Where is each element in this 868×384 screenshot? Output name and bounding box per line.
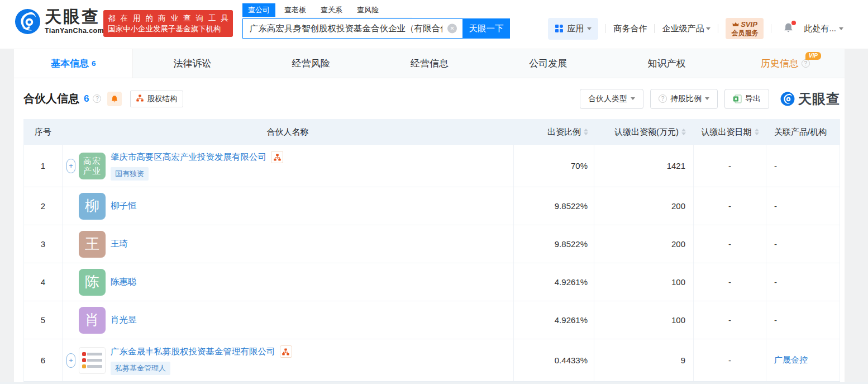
section-tabbar: 基本信息6法律诉讼经营风险经营信息公司发展知识产权历史信息VIP? — [14, 49, 845, 78]
subscribed-amount: 100 — [594, 263, 693, 301]
bottom-gap — [0, 382, 868, 384]
partner-name-link[interactable]: 陈惠聪 — [111, 276, 137, 288]
svip-sublabel: 会员服务 — [731, 29, 758, 37]
subscribe-bell-button[interactable] — [107, 92, 122, 106]
column-header-label: 认缴出资日期 — [702, 127, 752, 138]
tab-4[interactable]: 公司发展 — [489, 49, 607, 78]
promo-line1: 都在用的商业查询工具 — [108, 13, 228, 23]
column-header-2[interactable]: 出资比例 — [514, 127, 594, 138]
tab-label: 公司发展 — [529, 57, 567, 70]
column-header-4[interactable]: 认缴出资日期 — [694, 127, 766, 138]
search-button[interactable]: 天眼一下 — [462, 18, 510, 39]
apps-menu-button[interactable]: 应用 — [548, 18, 598, 40]
related-product-link[interactable]: 广晟金控 — [774, 355, 808, 366]
tab-label: 历史信息 — [761, 57, 799, 70]
export-label: 导出 — [745, 94, 761, 104]
partner-name-line: 王琦 — [111, 238, 128, 250]
search-input[interactable] — [242, 18, 462, 39]
avatar[interactable]: 陈 — [79, 269, 106, 296]
tab-label: 法律诉讼 — [173, 57, 211, 70]
chevron-down-icon — [587, 27, 592, 32]
avatar[interactable]: 柳 — [79, 193, 106, 220]
notification-bell[interactable] — [783, 22, 794, 35]
tab-label: 经营风险 — [292, 57, 330, 70]
chevron-down-icon — [839, 27, 843, 32]
avatar[interactable]: 王 — [79, 231, 106, 258]
related-product: - — [766, 187, 840, 225]
subscribed-date: - — [693, 301, 766, 339]
partner-cell: +高宏产业肇庆市高要区高宏产业投资发展有限公司国有独资 — [62, 145, 513, 187]
partner-cell: 肖肖光昱 — [62, 301, 513, 339]
sort-icon[interactable] — [755, 129, 759, 135]
chevron-down-icon — [706, 27, 710, 32]
top-header: 天眼查 TianYanCha.com 都在用的商业查询工具 国家中小企业发展子基… — [0, 0, 868, 49]
related-product-value: - — [774, 277, 777, 287]
user-menu-label: 此处有... — [804, 23, 836, 34]
tab-3[interactable]: 经营信息 — [370, 49, 489, 78]
business-cooperation-link[interactable]: 商务合作 — [613, 23, 647, 34]
avatar[interactable]: 肖 — [79, 307, 106, 334]
export-button[interactable]: 导出 — [724, 89, 769, 109]
partner-type-label: 合伙人类型 — [588, 94, 627, 104]
share-ratio-label: 持股比例 — [670, 94, 702, 104]
equity-structure-button[interactable]: 股权结构 — [130, 91, 183, 107]
search-tab-0[interactable]: 查公司 — [242, 3, 275, 17]
divider — [605, 24, 606, 33]
partner-cell: 陈陈惠聪 — [62, 263, 513, 301]
equity-chart-icon[interactable] — [271, 151, 283, 163]
subscribed-amount: 9 — [594, 339, 693, 381]
expand-row-button[interactable]: + — [66, 353, 75, 368]
related-product-value: - — [774, 161, 777, 170]
grid-icon — [555, 24, 564, 33]
tab-2[interactable]: 经营风险 — [252, 49, 370, 78]
partner-name-line: 广东金晟丰私募股权投资基金管理有限公司 — [111, 345, 292, 358]
tianyancha-logo-icon — [15, 8, 41, 35]
tianyancha-watermark: 天眼查 — [780, 90, 840, 108]
row-index: 1 — [24, 145, 62, 187]
enterprise-products-link[interactable]: 企业级产品 — [662, 23, 710, 34]
crown-icon — [732, 22, 739, 27]
help-icon: ? — [659, 94, 667, 103]
sort-icon[interactable] — [584, 129, 588, 135]
tab-0[interactable]: 基本信息6 — [14, 49, 133, 78]
search-tab-3[interactable]: 查风险 — [351, 3, 384, 17]
partner-name-link[interactable]: 肇庆市高要区高宏产业投资发展有限公司 — [111, 151, 266, 163]
search-tab-1[interactable]: 查老板 — [279, 3, 312, 17]
column-header-1: 合伙人名称 — [61, 127, 514, 138]
partner-name-line: 柳子恒 — [111, 200, 137, 212]
tab-5[interactable]: 知识产权 — [607, 49, 726, 78]
logo-dot — [82, 364, 86, 368]
partner-name-link[interactable]: 广东金晟丰私募股权投资基金管理有限公司 — [111, 346, 275, 358]
clear-icon[interactable]: × — [447, 24, 457, 34]
subscribed-amount: 1421 — [594, 145, 693, 187]
expand-row-button[interactable]: + — [66, 159, 75, 173]
partner-name-block: 肇庆市高要区高宏产业投资发展有限公司国有独资 — [111, 151, 283, 181]
search-tab-2[interactable]: 查关系 — [315, 3, 348, 17]
partner-name-link[interactable]: 肖光昱 — [111, 314, 137, 326]
apps-label: 应用 — [567, 23, 584, 34]
help-icon[interactable]: ? — [93, 94, 101, 103]
partner-name-block: 王琦 — [111, 238, 128, 250]
logo-line — [82, 358, 102, 362]
equity-chart-icon[interactable] — [280, 345, 292, 358]
partner-name-link[interactable]: 柳子恒 — [111, 200, 137, 212]
share-ratio-filter[interactable]: ? 持股比例 — [650, 89, 718, 109]
tianyancha-logo[interactable]: 天眼查 TianYanCha.com — [15, 8, 104, 35]
divider — [718, 24, 718, 33]
equity-structure-label: 股权结构 — [147, 94, 177, 104]
partner-type-filter[interactable]: 合伙人类型 — [580, 89, 643, 109]
partner-name-block: 柳子恒 — [111, 200, 137, 212]
company-logo[interactable] — [79, 347, 106, 374]
partner-name-link[interactable]: 王琦 — [111, 238, 128, 250]
chevron-down-icon — [705, 97, 709, 102]
tab-1[interactable]: 法律诉讼 — [133, 49, 251, 78]
column-header-3[interactable]: 认缴出资额(万元) — [594, 127, 694, 138]
related-product: 广晟金控 — [766, 339, 840, 381]
user-menu[interactable]: 此处有... — [804, 23, 843, 34]
tab-6[interactable]: 历史信息VIP? — [726, 49, 845, 78]
sort-icon[interactable] — [681, 129, 686, 135]
logo-bar — [87, 359, 102, 362]
svip-badge[interactable]: SVIP 会员服务 — [726, 18, 764, 39]
subscribed-amount: 100 — [594, 301, 693, 339]
avatar[interactable]: 高宏产业 — [79, 153, 106, 179]
